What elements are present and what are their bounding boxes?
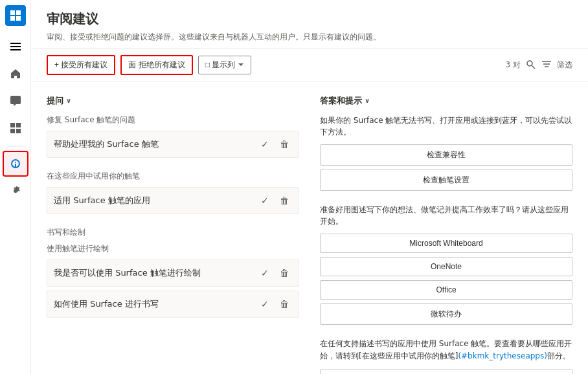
left-column: 提问 ∨ 修复 Surface 触笔的问题 帮助处理我的 Surface 触笔 … (47, 95, 299, 361)
answer-btn-onenote[interactable]: OneNote (320, 257, 572, 276)
delete-button[interactable]: 🗑 (277, 265, 292, 281)
svg-rect-6 (10, 49, 21, 50)
svg-rect-2 (10, 16, 15, 21)
main-content: 审阅建议 审阅、接受或拒绝问题的建议选择辞。这些建议来自与机器人互动的用户。只显… (31, 0, 588, 374)
accept-button[interactable]: ✓ (257, 296, 273, 312)
sidebar-item-chat[interactable] (3, 88, 28, 114)
accept-all-button[interactable]: + 接受所有建议 (47, 55, 115, 75)
svg-line-12 (532, 66, 536, 69)
delete-button[interactable]: 🗑 (277, 296, 292, 312)
toolbar-right: 3 对 筛选 (506, 60, 572, 71)
accept-button[interactable]: ✓ (257, 137, 273, 152)
svg-rect-9 (10, 129, 15, 133)
suggestion-text: 如何使用 Surface 进行书写 (54, 298, 257, 310)
sidebar-divider (8, 146, 23, 147)
sidebar-item-settings[interactable] (3, 178, 28, 204)
list-item: 帮助处理我的 Surface 触笔 ✓ 🗑 (47, 131, 299, 158)
answer-btn-check-compat[interactable]: 检查兼容性 (320, 144, 572, 166)
reject-all-button[interactable]: 面 拒绝所有建议 (120, 55, 192, 75)
sidebar-item-dashboard[interactable] (3, 115, 28, 141)
svg-rect-3 (16, 16, 21, 21)
count-label: 3 对 (506, 60, 521, 71)
group-3-sublabel: 使用触笔进行绘制 (47, 243, 299, 254)
svg-rect-7 (10, 123, 15, 127)
sidebar-item-active[interactable] (3, 151, 28, 177)
reject-all-label: 面 拒绝所有建议 (128, 60, 185, 71)
svg-rect-5 (10, 46, 21, 47)
right-column: 答案和提示 ∨ 如果你的 Surface 触笔无法书写、打开应用或连接到蓝牙，可… (320, 95, 572, 361)
page-header: 审阅建议 审阅、接受或拒绝问题的建议选择辞。这些建议来自与机器人互动的用户。只显… (31, 0, 588, 49)
toolbar: + 接受所有建议 面 拒绝所有建议 □ 显示列 3 对 筛选 (31, 49, 588, 82)
svg-rect-0 (10, 10, 15, 15)
answer-group-1: 如果你的 Surface 触笔无法书写、打开应用或连接到蓝牙，可以先尝试以下方法… (320, 115, 572, 191)
answer-desc-3: 在任何支持描述书写的应用中使用 Surface 触笔。要查看要从哪些应用开始，请… (320, 338, 572, 362)
question-group-1: 修复 Surface 触笔的问题 帮助处理我的 Surface 触笔 ✓ 🗑 (47, 115, 299, 158)
display-columns-label: □ 显示列 (205, 60, 236, 71)
sidebar-item-menu[interactable] (3, 34, 28, 60)
accept-button[interactable]: ✓ (257, 265, 273, 281)
group-3-main-label: 书写和绘制 (47, 227, 299, 238)
answer-group-2: 准备好用图述写下你的想法、做笔记并提高工作效率了吗？请从这些应用开始。 Micr… (320, 204, 572, 325)
right-section-header[interactable]: 答案和提示 ∨ (320, 95, 572, 107)
accept-button[interactable]: ✓ (257, 193, 273, 208)
chevron-down-icon (238, 61, 244, 68)
svg-rect-10 (16, 129, 21, 133)
accept-all-label: + 接受所有建议 (54, 60, 107, 71)
answer-group-3: 在任何支持描述书写的应用中使用 Surface 触笔。要查看要从哪些应用开始，请… (320, 338, 572, 374)
list-item: 我是否可以使用 Surface 触笔进行绘制 ✓ 🗑 (47, 259, 299, 287)
question-group-2: 在这些应用中试用你的触笔 适用 Surface 触笔的应用 ✓ 🗑 (47, 171, 299, 214)
search-icon[interactable] (526, 60, 536, 70)
sidebar-item-home[interactable] (3, 61, 28, 87)
chevron-down-icon: ∨ (365, 97, 370, 104)
display-columns-button[interactable]: □ 显示列 (198, 56, 252, 74)
answer-btn-whiteboard[interactable]: Microsoft Whiteboard (320, 234, 572, 253)
left-section-header[interactable]: 提问 ∨ (47, 95, 299, 107)
left-section-title: 提问 (47, 95, 63, 107)
filter-label[interactable]: 筛选 (557, 60, 572, 71)
chevron-down-icon: ∨ (66, 97, 71, 104)
list-item: 如何使用 Surface 进行书写 ✓ 🗑 (47, 291, 299, 318)
suggestion-text: 适用 Surface 触笔的应用 (54, 195, 257, 206)
suggestion-actions: ✓ 🗑 (257, 296, 292, 312)
suggestion-actions: ✓ 🗑 (257, 193, 292, 208)
page-title: 审阅建议 (47, 10, 572, 28)
suggestion-text: 我是否可以使用 Surface 触笔进行绘制 (54, 267, 257, 279)
sidebar (0, 0, 31, 374)
answer-desc-2: 准备好用图述写下你的想法、做笔记并提高工作效率了吗？请从这些应用开始。 (320, 204, 572, 227)
delete-button[interactable]: 🗑 (277, 193, 292, 208)
answer-btn-office[interactable]: Office (320, 280, 572, 300)
answer-btn-todo[interactable]: 微软待办 (320, 303, 572, 325)
svg-rect-1 (16, 10, 21, 15)
suggestion-text: 帮助处理我的 Surface 触笔 (54, 138, 257, 150)
right-section-title: 答案和提示 (320, 95, 362, 107)
filter-icon[interactable] (541, 60, 552, 70)
page-description: 审阅、接受或拒绝问题的建议选择辞。这些建议来自与机器人互动的用户。只显示有建议的… (47, 32, 572, 43)
answer-desc-1: 如果你的 Surface 触笔无法书写、打开应用或连接到蓝牙，可以先尝试以下方法… (320, 115, 572, 138)
group-1-label: 修复 Surface 触笔的问题 (47, 115, 299, 126)
delete-button[interactable]: 🗑 (277, 137, 292, 152)
anchor-link[interactable]: (#bkmk_trytheseapps) (458, 351, 547, 360)
suggestion-actions: ✓ 🗑 (257, 265, 292, 281)
group-2-label: 在这些应用中试用你的触笔 (47, 171, 299, 182)
answer-btn-start-inking[interactable]: 开始使用触笔进行描述... (320, 369, 572, 374)
suggestion-actions: ✓ 🗑 (257, 137, 292, 152)
answer-btn-check-pen[interactable]: 检查触笔设置 (320, 170, 572, 191)
svg-rect-4 (10, 43, 21, 44)
content-area: 提问 ∨ 修复 Surface 触笔的问题 帮助处理我的 Surface 触笔 … (31, 82, 588, 374)
app-logo[interactable] (5, 5, 26, 26)
svg-rect-8 (16, 123, 21, 127)
svg-point-11 (527, 61, 532, 66)
question-group-3: 书写和绘制 使用触笔进行绘制 我是否可以使用 Surface 触笔进行绘制 ✓ … (47, 227, 299, 318)
list-item: 适用 Surface 触笔的应用 ✓ 🗑 (47, 187, 299, 214)
